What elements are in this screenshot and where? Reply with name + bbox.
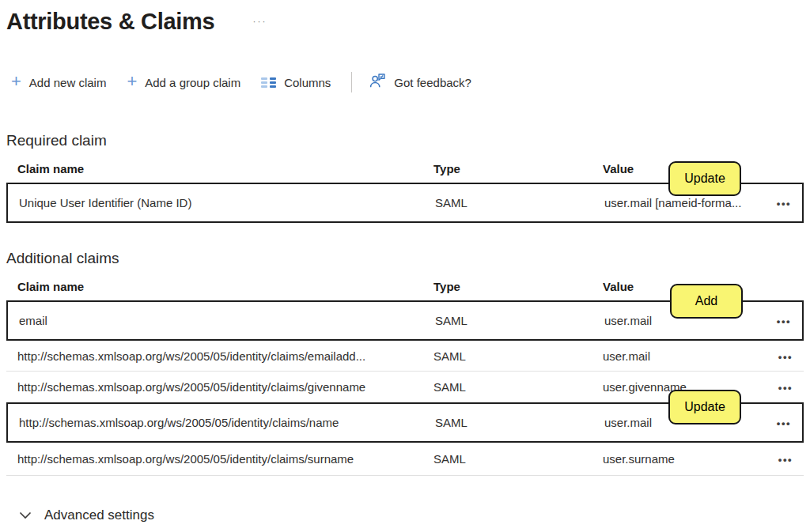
- claim-type-cell: SAML: [433, 349, 603, 363]
- claim-type-cell: SAML: [433, 452, 603, 466]
- advanced-settings-toggle[interactable]: Advanced settings: [19, 507, 154, 523]
- claim-name-cell: http://schemas.xmlsoap.org/ws/2005/05/id…: [17, 380, 433, 394]
- claim-name-cell: Unique User Identifier (Name ID): [19, 196, 435, 209]
- annotation-update-required-claim: Update: [668, 161, 741, 196]
- claim-type-cell: SAML: [435, 416, 604, 429]
- claim-type-cell: SAML: [435, 314, 604, 327]
- feedback-icon: [369, 73, 386, 92]
- more-options-icon[interactable]: •••: [777, 315, 791, 327]
- more-options-icon[interactable]: •••: [777, 417, 791, 429]
- page-more-menu-icon[interactable]: ···: [252, 17, 267, 25]
- claim-name-cell: http://schemas.xmlsoap.org/ws/2005/05/id…: [17, 452, 433, 466]
- page-title: Attributes & Claims: [6, 8, 214, 35]
- column-header-type: Type: [433, 162, 603, 175]
- claim-value-cell: user.mail: [603, 349, 761, 363]
- add-group-claim-button[interactable]: + Add a group claim: [127, 75, 240, 89]
- plus-icon: +: [127, 74, 137, 89]
- claim-type-cell: SAML: [435, 196, 604, 209]
- additional-claims-heading: Additional claims: [6, 250, 810, 267]
- claim-name-cell: http://schemas.xmlsoap.org/ws/2005/05/id…: [17, 349, 433, 363]
- add-new-claim-label: Add new claim: [29, 76, 107, 89]
- attributes-claims-page: Attributes & Claims ··· + Add new claim …: [0, 0, 810, 532]
- columns-label: Columns: [284, 76, 331, 89]
- claim-name-cell: email: [19, 314, 435, 327]
- got-feedback-button[interactable]: Got feedback?: [369, 73, 471, 92]
- annotation-update-name-claim: Update: [668, 390, 741, 424]
- add-group-claim-label: Add a group claim: [145, 76, 240, 89]
- add-new-claim-button[interactable]: + Add new claim: [11, 75, 106, 89]
- advanced-settings-label: Advanced settings: [44, 507, 154, 523]
- claim-type-cell: SAML: [433, 380, 603, 394]
- column-header-type: Type: [433, 280, 603, 293]
- chevron-down-icon: [19, 511, 32, 519]
- claim-value-cell: user.mail [nameid-forma...: [604, 196, 759, 209]
- command-bar: + Add new claim + Add a group claim Colu…: [11, 70, 810, 95]
- columns-button[interactable]: Columns: [261, 76, 331, 89]
- toolbar-divider: [351, 72, 352, 92]
- column-header-claim-name: Claim name: [17, 162, 433, 175]
- got-feedback-label: Got feedback?: [394, 76, 471, 89]
- page-header: Attributes & Claims ···: [0, 0, 810, 35]
- required-claim-heading: Required claim: [6, 132, 810, 149]
- claim-name-cell: http://schemas.xmlsoap.org/ws/2005/05/id…: [19, 416, 435, 429]
- claim-value-cell: user.surname: [603, 452, 761, 466]
- table-row-emailaddress[interactable]: http://schemas.xmlsoap.org/ws/2005/05/id…: [6, 341, 804, 372]
- columns-icon: [261, 77, 276, 88]
- more-options-icon[interactable]: •••: [777, 198, 791, 209]
- plus-icon: +: [11, 74, 21, 89]
- more-options-icon[interactable]: •••: [778, 454, 793, 466]
- annotation-add-email-claim: Add: [670, 284, 743, 319]
- column-header-claim-name: Claim name: [17, 280, 433, 293]
- table-row-surname[interactable]: http://schemas.xmlsoap.org/ws/2005/05/id…: [6, 443, 804, 476]
- more-options-icon[interactable]: •••: [778, 382, 793, 394]
- more-options-icon[interactable]: •••: [778, 351, 793, 363]
